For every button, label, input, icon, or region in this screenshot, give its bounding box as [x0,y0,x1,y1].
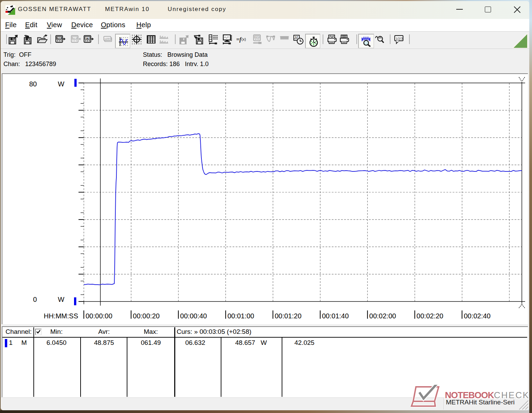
svg-text:00:02:20: 00:02:20 [417,312,444,320]
svg-text:00:01:00: 00:01:00 [227,312,254,320]
svg-text:HH:MM:SS: HH:MM:SS [44,312,78,320]
svg-text:00:01:20: 00:01:20 [275,312,302,320]
svg-text:80: 80 [29,80,37,88]
svg-text:W: W [58,296,64,303]
svg-text:W: W [58,80,64,88]
svg-text:00:00:40: 00:00:40 [180,312,207,320]
svg-text:0: 0 [33,296,37,303]
svg-text:00:01:40: 00:01:40 [322,312,349,320]
svg-text:00:02:40: 00:02:40 [464,312,491,320]
svg-text:00:00:20: 00:00:20 [133,312,160,320]
svg-text:00:00:00: 00:00:00 [86,312,113,320]
svg-text:00:02:00: 00:02:00 [369,312,396,320]
